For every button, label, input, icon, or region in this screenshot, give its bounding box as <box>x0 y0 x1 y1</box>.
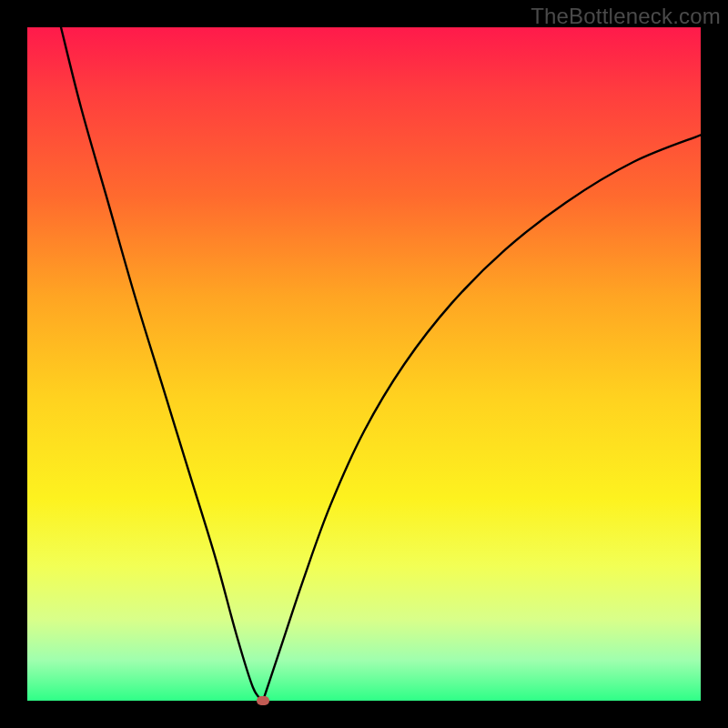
optimum-marker <box>257 696 269 705</box>
gradient-plot-area <box>27 27 701 701</box>
chart-frame: TheBottleneck.com <box>0 0 728 728</box>
bottleneck-curve <box>27 27 701 701</box>
attribution-text: TheBottleneck.com <box>531 4 721 29</box>
curve-right-branch <box>263 135 701 701</box>
curve-left-branch <box>61 27 263 701</box>
